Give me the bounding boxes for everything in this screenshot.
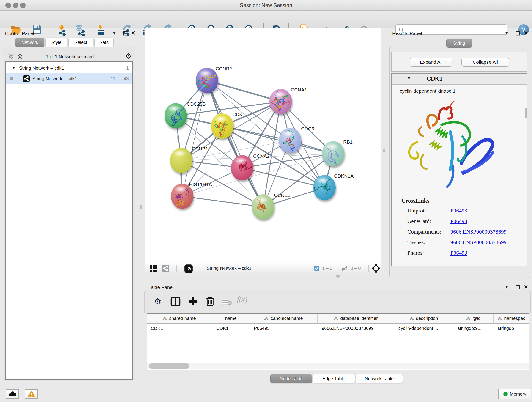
delete-columns-trash-icon[interactable] (205, 296, 215, 306)
birdseye-crosshair-icon[interactable] (372, 264, 380, 273)
control-panel-menu-caret-icon[interactable]: ▾ (113, 30, 116, 36)
cell-at-id[interactable]: stringdb:9... (453, 324, 494, 333)
network-node-CCNE1[interactable]: CCNE1 (252, 192, 290, 220)
network-node-CDKN1A[interactable]: CDKN1A (313, 173, 354, 200)
network-options-gear-icon[interactable]: ⚙ (125, 52, 132, 60)
import-table-icon[interactable] (95, 24, 107, 36)
column-header[interactable]: canonical name (250, 313, 317, 323)
table-mode-gear-icon[interactable]: ⚙ (154, 297, 161, 306)
expand-all-button[interactable]: Expand All (410, 57, 452, 67)
tab-style[interactable]: Style (45, 38, 67, 47)
column-header[interactable]: database identifier (317, 313, 394, 323)
cell-description[interactable]: cyclin-dependent ... (394, 324, 453, 333)
control-panel-float-icon[interactable] (123, 31, 128, 36)
results-panel-float-icon[interactable] (515, 31, 520, 36)
tab-sets[interactable]: Sets (94, 38, 114, 47)
network-view-icon[interactable] (162, 264, 170, 272)
left-splitter-handle[interactable] (140, 205, 142, 209)
network-graph[interactable]: CCNB2CCNA1CDC25BCDK1CDC6RB1CCNB1CCNA2CDK… (145, 28, 381, 263)
node-table: shared name name canonical name database… (147, 313, 530, 370)
table-panel-close-icon[interactable]: ✕ (524, 284, 528, 290)
create-column-icon[interactable] (188, 297, 197, 306)
crosslink-tissues-link[interactable]: 9606.ENSP00000378699 (450, 239, 507, 245)
crosslink-pharos-link[interactable]: P06493 (450, 250, 467, 256)
collapse-all-networks-icon[interactable] (17, 53, 23, 60)
warnings-button[interactable] (25, 389, 38, 399)
selected-nodes-checkbox-icon[interactable] (314, 265, 320, 271)
memory-button[interactable]: Memory (498, 389, 531, 400)
network-node-CDC6[interactable]: CDC6 (279, 126, 314, 153)
column-header[interactable]: shared name (147, 313, 212, 323)
show-columns-icon[interactable] (171, 297, 181, 306)
crosslink-label: Uniprot: (407, 208, 426, 214)
network-row[interactable]: String Network – cdk1 11 48 (6, 73, 133, 84)
table-scrollbar-thumb[interactable] (149, 364, 189, 369)
tab-network[interactable]: Network (15, 38, 44, 47)
network-node-RB1[interactable]: RB1 (322, 139, 353, 166)
delete-table-icon (222, 298, 232, 305)
network-edge-CCNB2-HIST1H1A[interactable] (182, 80, 207, 196)
netbar-divider (200, 265, 200, 272)
network-node-CDK1[interactable]: CDK1 (211, 112, 245, 139)
results-panel-title: Results Panel (392, 31, 422, 36)
shared-column-icon (334, 316, 338, 321)
results-scrollbar-thumb[interactable] (525, 108, 527, 118)
import-network-from-database-icon[interactable] (75, 24, 87, 36)
tab-edge-table[interactable]: Edge Table (312, 374, 355, 383)
detach-view-icon[interactable] (184, 264, 193, 273)
network-edge-CDK1-RB1[interactable] (222, 126, 333, 154)
cell-name[interactable]: CDK1 (212, 324, 250, 333)
crosslinks-title: CrossLinks (401, 198, 429, 204)
hidden-count-badge: 0 – 0 (351, 266, 361, 271)
network-node-HIST1H1A[interactable]: HIST1H1A (171, 182, 212, 209)
network-tree: ▼ String Network – cdk1 1 String Network… (6, 61, 133, 380)
network-node-CCNA1[interactable]: CCNA1 (269, 87, 307, 114)
crosslink-compartments-link[interactable]: 9606.ENSP00000378699 (450, 229, 507, 235)
cloud-status-button[interactable] (6, 389, 19, 399)
gene-entry-header[interactable]: ▼ CDK1 (392, 74, 527, 85)
network-edge-CCNB2-CCNA1[interactable] (207, 80, 281, 102)
network-collection-row[interactable]: ▼ String Network – cdk1 1 (6, 63, 133, 73)
tab-node-table[interactable]: Node Table (270, 374, 312, 383)
cell-database-identifier[interactable]: 9606.ENSP00000378699 (317, 324, 394, 333)
tab-string[interactable]: String (446, 38, 472, 48)
table-row[interactable]: CDK1 CDK1 P06493 9606.ENSP00000378699 cy… (147, 324, 530, 333)
network-node-CCNB2[interactable]: CCNB2 (195, 66, 232, 93)
collection-expand-icon[interactable]: ▼ (12, 66, 16, 70)
import-network-icon[interactable] (56, 24, 68, 36)
crosslink-label: Tissues: (407, 239, 425, 245)
cell-shared-name[interactable]: CDK1 (147, 324, 212, 333)
results-panel-menu-caret-icon[interactable]: ▾ (505, 30, 508, 36)
crosslink-genecard-link[interactable]: P06493 (450, 218, 467, 224)
network-canvas[interactable]: CCNB2CCNA1CDC25BCDK1CDC6RB1CCNB1CCNA2CDK… (145, 28, 381, 263)
network-edge-HIST1H1A-CCNE1[interactable] (182, 196, 263, 207)
column-header[interactable]: description (394, 313, 453, 323)
column-header[interactable]: namespac (494, 313, 530, 323)
control-panel-close-icon[interactable]: ✕ (131, 30, 135, 36)
cloud-icon (8, 391, 16, 397)
toolbar-divider (49, 23, 50, 36)
table-horizontal-scrollbar[interactable] (147, 363, 529, 370)
results-panel-close-icon[interactable]: ✕ (524, 30, 528, 36)
network-selection-status: 1 of 1 Network selected (27, 54, 112, 59)
network-status-dot (10, 77, 13, 80)
table-panel-menu-caret-icon[interactable]: ▾ (505, 284, 508, 290)
network-edge-count: 48 (124, 76, 129, 81)
tab-select[interactable]: Select (68, 38, 94, 47)
node-label-CDC6: CDC6 (301, 126, 314, 131)
column-header[interactable]: name (212, 313, 250, 323)
node-label-CDKN1A: CDKN1A (334, 173, 354, 179)
cell-namespace[interactable]: stringdb (494, 324, 530, 333)
collapse-all-button[interactable]: Collapse All (462, 57, 509, 67)
network-edge-CCNB2-CCNE1[interactable] (207, 80, 263, 207)
cell-canonical-name[interactable]: P06493 (250, 324, 317, 333)
crosslink-uniprot-link[interactable]: P06493 (450, 208, 467, 214)
table-panel-float-icon[interactable] (515, 285, 520, 290)
right-splitter-handle[interactable] (383, 148, 385, 153)
bottom-splitter-handle[interactable] (336, 275, 340, 278)
tab-network-table[interactable]: Network Table (355, 374, 403, 383)
gene-collapse-icon[interactable]: ▼ (407, 76, 411, 80)
expand-all-networks-icon[interactable] (8, 53, 15, 60)
grid-view-icon[interactable] (150, 265, 157, 272)
column-header[interactable]: @id (453, 313, 494, 323)
